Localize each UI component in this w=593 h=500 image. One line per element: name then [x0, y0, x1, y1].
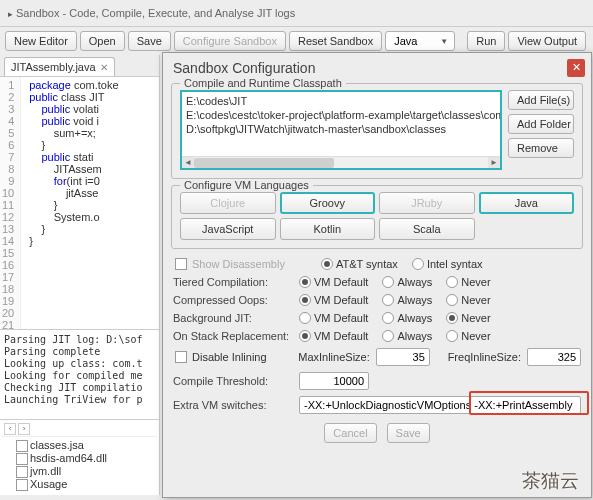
compressed-vmdefault-radio[interactable]: VM Default: [299, 294, 368, 306]
compressed-never-radio[interactable]: Never: [446, 294, 490, 306]
add-folder-button[interactable]: Add Folder: [508, 114, 574, 134]
tiered-vmdefault-radio[interactable]: VM Default: [299, 276, 368, 288]
new-editor-button[interactable]: New Editor: [5, 31, 77, 51]
tree-item[interactable]: Xusage: [2, 478, 157, 491]
classpath-list[interactable]: E:\codes\JITE:\codes\cestc\toker-project…: [180, 90, 502, 170]
sandbox-config-dialog: Sandbox Configuration ✕ Compile and Runt…: [162, 52, 592, 498]
osr-always-radio[interactable]: Always: [382, 330, 432, 342]
configure-sandbox-button[interactable]: Configure Sandbox: [174, 31, 286, 51]
bgjit-always-radio[interactable]: Always: [382, 312, 432, 324]
tiered-never-radio[interactable]: Never: [446, 276, 490, 288]
compile-threshold-input[interactable]: [299, 372, 369, 390]
editor-pane: JITAssembly.java ✕ 1 2 3 4 5 6 7 8 9 10 …: [0, 55, 160, 495]
lang-scala-button[interactable]: Scala: [379, 218, 475, 240]
run-button[interactable]: Run: [467, 31, 505, 51]
scroll-right-icon[interactable]: ►: [488, 157, 500, 169]
dialog-close-button[interactable]: ✕: [567, 59, 585, 77]
freqinline-label: FreqInlineSize:: [448, 351, 521, 363]
intel-syntax-radio[interactable]: Intel syntax: [412, 258, 483, 270]
view-output-button[interactable]: View Output: [508, 31, 586, 51]
maxinline-input[interactable]: [376, 348, 430, 366]
tiered-label: Tiered Compilation:: [173, 276, 293, 288]
close-icon[interactable]: ✕: [100, 62, 108, 73]
lang-clojure-button[interactable]: Clojure: [180, 192, 276, 214]
maxinline-label: MaxInlineSize:: [298, 351, 370, 363]
classpath-item[interactable]: D:\softpkg\JITWatch\jitwatch-master\sand…: [184, 122, 498, 136]
classpath-legend: Compile and Runtime Classpath: [180, 77, 346, 89]
tree-item[interactable]: classes.jsa: [2, 439, 157, 452]
classpath-item[interactable]: E:\codes\cestc\toker-project\platform-ex…: [184, 108, 498, 122]
tiered-always-radio[interactable]: Always: [382, 276, 432, 288]
att-syntax-radio[interactable]: AT&T syntax: [321, 258, 398, 270]
dialog-title: Sandbox Configuration: [173, 60, 315, 76]
osr-never-radio[interactable]: Never: [446, 330, 490, 342]
line-gutter: 1 2 3 4 5 6 7 8 9 10 11 12 13 14 15 16 1…: [0, 77, 21, 329]
bgjit-label: Background JIT:: [173, 312, 293, 324]
remove-button[interactable]: Remove: [508, 138, 574, 158]
bgjit-never-radio[interactable]: Never: [446, 312, 490, 324]
file-tree: ‹ › classes.jsahsdis-amd64.dlljvm.dllXus…: [0, 419, 159, 493]
vm-languages-section: Configure VM Languages ClojureGroovyJRub…: [171, 185, 583, 249]
vm-languages-legend: Configure VM Languages: [180, 179, 313, 191]
lang-java-button[interactable]: Java: [479, 192, 575, 214]
extra-vm-label: Extra VM switches:: [173, 399, 293, 411]
extra-vm-input[interactable]: [299, 396, 581, 414]
tree-expand-button[interactable]: ›: [18, 423, 30, 435]
bgjit-vmdefault-radio[interactable]: VM Default: [299, 312, 368, 324]
code-body[interactable]: package com.tokepublic class JIT public …: [21, 77, 118, 329]
window-title: Sandbox - Code, Compile, Execute, and An…: [0, 0, 593, 27]
tab-label: JITAssembly.java: [11, 61, 96, 73]
lang-jruby-button[interactable]: JRuby: [379, 192, 475, 214]
show-disassembly-label: Show Disassembly: [192, 258, 285, 270]
tree-collapse-button[interactable]: ‹: [4, 423, 16, 435]
scroll-thumb[interactable]: [194, 158, 334, 168]
compressed-label: Compressed Oops:: [173, 294, 293, 306]
tab-jitassembly[interactable]: JITAssembly.java ✕: [4, 57, 115, 76]
tree-item[interactable]: jvm.dll: [2, 465, 157, 478]
freqinline-input[interactable]: [527, 348, 581, 366]
classpath-section: Compile and Runtime Classpath E:\codes\J…: [171, 83, 583, 179]
tree-item[interactable]: hsdis-amd64.dll: [2, 452, 157, 465]
compile-threshold-label: Compile Threshold:: [173, 375, 293, 387]
add-files-button[interactable]: Add File(s): [508, 90, 574, 110]
osr-label: On Stack Replacement:: [173, 330, 293, 342]
lang-javascript-button[interactable]: JavaScript: [180, 218, 276, 240]
disable-inlining-checkbox[interactable]: [175, 351, 187, 363]
log-output: Parsing JIT log: D:\sof Parsing complete…: [0, 329, 159, 419]
lang-groovy-button[interactable]: Groovy: [280, 192, 376, 214]
main-toolbar: New Editor Open Save Configure Sandbox R…: [0, 27, 593, 55]
dialog-cancel-button[interactable]: Cancel: [324, 423, 376, 443]
osr-vmdefault-radio[interactable]: VM Default: [299, 330, 368, 342]
open-button[interactable]: Open: [80, 31, 125, 51]
classpath-scrollbar[interactable]: ◄ ►: [182, 156, 500, 168]
language-select[interactable]: Java: [385, 31, 455, 51]
classpath-item[interactable]: E:\codes\JIT: [184, 94, 498, 108]
save-button[interactable]: Save: [128, 31, 171, 51]
reset-sandbox-button[interactable]: Reset Sandbox: [289, 31, 382, 51]
compressed-always-radio[interactable]: Always: [382, 294, 432, 306]
lang-kotlin-button[interactable]: Kotlin: [280, 218, 376, 240]
tab-bar: JITAssembly.java ✕: [0, 55, 159, 77]
show-disassembly-checkbox[interactable]: [175, 258, 187, 270]
disable-inlining-label: Disable Inlining: [192, 351, 267, 363]
dialog-save-button[interactable]: Save: [387, 423, 430, 443]
code-editor[interactable]: 1 2 3 4 5 6 7 8 9 10 11 12 13 14 15 16 1…: [0, 77, 159, 329]
scroll-left-icon[interactable]: ◄: [182, 157, 194, 169]
